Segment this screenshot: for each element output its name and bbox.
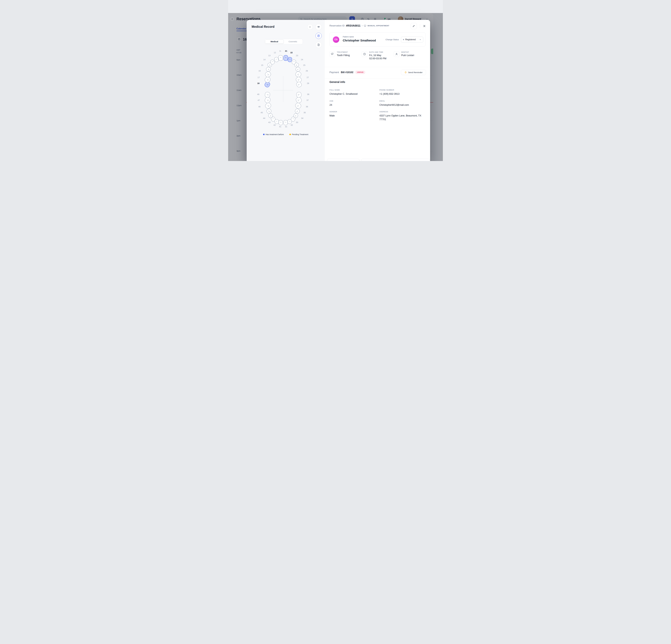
tooth-36[interactable] [294, 102, 302, 110]
tooth-11[interactable] [278, 55, 283, 61]
tooth-35[interactable] [294, 108, 301, 114]
tooth-label-37: 37 [306, 99, 309, 101]
teeth-chart-tool-button[interactable] [316, 24, 322, 30]
tooth-16[interactable] [264, 71, 272, 78]
chevron-down-icon [419, 39, 421, 40]
tooth-15[interactable] [265, 66, 271, 72]
tooth-25[interactable] [295, 66, 301, 72]
tooth-28[interactable] [296, 81, 302, 88]
field-age: AGE 24 [329, 100, 333, 107]
tooth-12[interactable] [274, 57, 279, 62]
tooth-label-36: 36 [306, 105, 308, 108]
field-gender: GENDER Male [329, 111, 337, 118]
tooth-46[interactable] [264, 102, 272, 110]
tooth-label-23: 23 [296, 54, 298, 56]
close-icon [423, 24, 426, 28]
field-address: ADDRESS 4337 Lynn Ogden Lane, Beaumont, … [379, 111, 426, 121]
tooth-label-43: 43 [268, 121, 270, 124]
field-full-name: FULL NAME Christopher C. Smallwood [329, 89, 357, 96]
teeth-row-icon [317, 25, 320, 28]
detail-treatment: TREATMENT Tooth Filling [329, 51, 350, 57]
tooth-22[interactable] [288, 57, 292, 62]
bottom-action-button-2[interactable] [361, 159, 430, 161]
tooth-37[interactable] [295, 96, 302, 104]
payment-bill: Bill #10102 [341, 71, 353, 74]
detail-dentist: DENTIST Putri Lestari [394, 51, 414, 57]
datetime-label: DATE AND TIME [369, 51, 387, 53]
tab-medical[interactable]: Medical [265, 40, 284, 43]
appointment-type-label: MANUAL APPOINTMENT [368, 25, 389, 27]
send-reminder-button[interactable]: Send Reminder [401, 70, 426, 75]
field-label: EMAIL [379, 100, 409, 102]
tooth-label-35: 35 [304, 111, 306, 114]
tooth-icon [331, 53, 334, 55]
reservation-panel: Reservation ID #RSVA0011 • MANUAL APPOIN… [325, 20, 430, 161]
separator-dot: • [362, 25, 363, 27]
edit-reservation-button[interactable] [411, 23, 417, 29]
field-value: Male [329, 114, 337, 118]
general-info-title: General info [329, 80, 345, 83]
datetime-value2: 02:00-03:00 PM [369, 57, 387, 60]
tooth-label-22: 22 [290, 51, 293, 54]
chevron-right-icon [309, 26, 311, 28]
document-export-tool-button[interactable] [316, 42, 322, 48]
screen: Reservations + 1/4 Darrell Steward Calen… [228, 0, 443, 161]
field-label: GENDER [329, 111, 337, 113]
tooth-label-31: 31 [285, 126, 287, 128]
send-reminder-label: Send Reminder [408, 71, 422, 74]
tooth-47[interactable] [264, 96, 271, 104]
tooth-label-38: 38 [307, 93, 309, 95]
tooth-label-14: 14 [263, 59, 266, 61]
tooth-label-42: 42 [274, 124, 276, 126]
field-label: AGE [329, 100, 333, 102]
tooth-label-41: 41 [279, 126, 281, 128]
reservation-header: Reservation ID #RSVA0011 • MANUAL APPOIN… [329, 24, 389, 27]
field-phone: PHONE NUMBER +1 (409)-832-3913 [379, 89, 400, 96]
tooth-21[interactable] [283, 55, 288, 61]
payment-label: Payment [329, 71, 339, 74]
treatment-value: Tooth Filling [337, 54, 350, 57]
tooth-48[interactable] [265, 92, 270, 98]
status-value: Registered [405, 38, 416, 41]
tooth-label-33: 33 [296, 121, 298, 124]
dentist-label: DENTIST [401, 51, 414, 53]
patient-avatar: CS [333, 36, 339, 43]
reservation-id-label: Reservation ID [329, 24, 344, 27]
medical-record-tool-button[interactable] [316, 33, 322, 39]
tooth-45[interactable] [266, 108, 272, 114]
medical-record-book-icon [317, 34, 320, 37]
field-label: ADDRESS [379, 111, 426, 113]
tooth-label-15: 15 [261, 64, 263, 66]
legend-swatch-blue [263, 134, 265, 135]
detail-datetime: DATE AND TIME Fri, 16 May 02:00-03:00 PM [362, 51, 387, 60]
bottom-action-button-1[interactable] [327, 159, 359, 161]
tooth-label-46: 46 [258, 105, 261, 108]
tooth-label-26: 26 [306, 69, 308, 72]
payment-status-badge: UNPAID [355, 70, 365, 74]
record-type-tabs: Medical Cosmetic [264, 39, 303, 44]
field-email: EMAIL ChristopherW12@mail.com [379, 100, 409, 107]
tooth-label-18: 18 [257, 82, 259, 85]
document-export-icon [317, 43, 320, 46]
tooth-label-45: 45 [261, 111, 263, 114]
patient-name-label: Patient name [343, 36, 354, 38]
expand-panel-button[interactable] [307, 24, 313, 30]
reservation-modal: Medical Record Medical Cosmetic 18171615… [246, 20, 430, 161]
legend-item-treated: Has treatment before [263, 133, 284, 136]
tooth-label-16: 16 [258, 69, 261, 72]
close-modal-button[interactable] [423, 24, 426, 28]
tooth-41[interactable] [279, 120, 283, 125]
tooth-38[interactable] [296, 92, 302, 98]
tooth-31[interactable] [283, 120, 288, 125]
tooth-label-12: 12 [274, 51, 276, 54]
status-dropdown[interactable]: Registered [401, 37, 423, 42]
dentist-icon [395, 53, 398, 55]
tooth-label-34: 34 [301, 117, 303, 119]
treatment-iconbox [329, 51, 335, 57]
field-label: FULL NAME [329, 89, 357, 91]
patient-card: CS Patient name Christopher Smallwood Ch… [329, 33, 426, 47]
tooth-label-47: 47 [258, 99, 260, 101]
tab-cosmetic[interactable]: Cosmetic [284, 40, 302, 43]
pencil-icon [413, 25, 415, 27]
field-value: 4337 Lynn Ogden Lane, Beaumont, TX 77701 [379, 114, 426, 121]
